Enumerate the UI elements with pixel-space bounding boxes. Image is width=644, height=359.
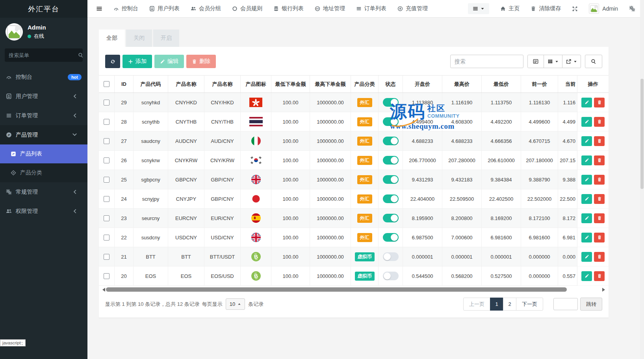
edit-row-button[interactable] bbox=[581, 271, 592, 281]
status-toggle[interactable] bbox=[383, 137, 399, 145]
row-checkbox[interactable] bbox=[104, 254, 109, 260]
toggle-detail-view-button[interactable] bbox=[527, 55, 544, 68]
fullscreen-button[interactable] bbox=[566, 0, 583, 18]
sidebar-search-input[interactable] bbox=[9, 52, 78, 58]
next-page-button[interactable]: 下一页 bbox=[516, 298, 543, 311]
nav-link-dashboard[interactable]: 控制台 bbox=[108, 0, 144, 18]
delete-row-button[interactable] bbox=[594, 136, 605, 146]
status-toggle[interactable] bbox=[383, 117, 399, 126]
column-header-10[interactable]: 开盘价 bbox=[403, 76, 442, 93]
clear-cache-link[interactable]: 清除缓存 bbox=[525, 0, 566, 18]
status-toggle[interactable] bbox=[383, 194, 399, 203]
row-checkbox[interactable] bbox=[104, 235, 109, 241]
edit-row-button[interactable] bbox=[581, 117, 592, 127]
delete-row-button[interactable] bbox=[594, 98, 605, 107]
nav-link-recharge-management[interactable]: 充值管理 bbox=[392, 0, 433, 18]
sidebar-item-product-management[interactable]: P产品管理 bbox=[0, 125, 87, 144]
columns-dropdown-button[interactable] bbox=[544, 55, 562, 68]
nav-link-user-list[interactable]: 用户列表 bbox=[144, 0, 185, 18]
edit-row-button[interactable] bbox=[581, 252, 592, 262]
jump-button[interactable]: 跳转 bbox=[580, 298, 602, 311]
column-header-1[interactable]: ID bbox=[115, 76, 134, 93]
table-search-input[interactable] bbox=[450, 55, 523, 68]
jump-page-input[interactable] bbox=[553, 298, 578, 310]
column-header-6[interactable]: 最低下单金额 bbox=[271, 76, 310, 93]
page-button-1[interactable]: 1 bbox=[490, 298, 503, 311]
status-toggle[interactable] bbox=[383, 252, 399, 261]
delete-row-button[interactable] bbox=[594, 233, 605, 242]
status-toggle[interactable] bbox=[383, 233, 399, 242]
column-header-3[interactable]: 产品名称 bbox=[168, 76, 204, 93]
tab-closed[interactable]: 关闭 bbox=[126, 30, 152, 47]
column-header-8[interactable]: 产品分类 bbox=[351, 76, 379, 93]
edit-row-button[interactable] bbox=[581, 155, 592, 165]
status-toggle[interactable] bbox=[383, 175, 399, 184]
edit-row-button[interactable] bbox=[581, 175, 592, 185]
edit-row-button[interactable] bbox=[581, 213, 592, 223]
delete-row-button[interactable] bbox=[594, 271, 605, 281]
delete-row-button[interactable] bbox=[594, 175, 605, 185]
nav-link-member-rules[interactable]: 会员规则 bbox=[226, 0, 268, 18]
status-toggle[interactable] bbox=[383, 98, 399, 107]
delete-row-button[interactable] bbox=[594, 194, 605, 204]
sidebar-item-permission-management[interactable]: 权限管理 bbox=[0, 202, 87, 221]
nav-link-member-groups[interactable]: 会员分组 bbox=[185, 0, 226, 18]
scroll-left-arrow[interactable] bbox=[100, 288, 105, 292]
status-toggle[interactable] bbox=[383, 156, 399, 165]
sidebar-item-product-list[interactable]: P产品列表 bbox=[0, 144, 87, 163]
edit-row-button[interactable] bbox=[581, 194, 592, 204]
search-icon[interactable] bbox=[78, 52, 84, 58]
column-header-2[interactable]: 产品代码 bbox=[134, 76, 168, 93]
column-header-5[interactable]: 产品图标 bbox=[241, 76, 271, 93]
column-header-9[interactable]: 状态 bbox=[379, 76, 403, 93]
row-checkbox[interactable] bbox=[104, 273, 109, 279]
table-search-button[interactable] bbox=[585, 55, 602, 68]
sidebar-item-order-management[interactable]: 订单管理 bbox=[0, 106, 87, 125]
column-header-14[interactable]: 当前 bbox=[558, 76, 577, 93]
delete-row-button[interactable] bbox=[594, 117, 605, 127]
home-link[interactable]: 主页 bbox=[495, 0, 525, 18]
delete-button[interactable]: 删除 bbox=[186, 55, 216, 68]
tab-open[interactable]: 开启 bbox=[153, 30, 179, 47]
row-checkbox[interactable] bbox=[104, 138, 109, 144]
column-header-11[interactable]: 最高价 bbox=[442, 76, 482, 93]
column-header-7[interactable]: 最高下单金额 bbox=[310, 76, 351, 93]
select-all-checkbox[interactable] bbox=[104, 81, 109, 87]
delete-row-button[interactable] bbox=[594, 155, 605, 165]
add-button[interactable]: 添加 bbox=[122, 55, 152, 68]
edit-row-button[interactable] bbox=[581, 98, 592, 107]
nav-link-address-management[interactable]: cc地址管理 bbox=[309, 0, 351, 18]
sidebar-toggle-button[interactable] bbox=[91, 0, 108, 18]
row-checkbox[interactable] bbox=[104, 215, 109, 221]
settings-gear-button[interactable] bbox=[624, 0, 641, 18]
page-size-dropdown[interactable]: 10 bbox=[226, 298, 245, 310]
scroll-right-arrow[interactable] bbox=[602, 288, 607, 292]
row-checkbox[interactable] bbox=[104, 157, 109, 163]
status-toggle[interactable] bbox=[383, 214, 399, 222]
row-checkbox[interactable] bbox=[104, 119, 109, 125]
refresh-button[interactable] bbox=[105, 55, 120, 68]
sidebar-item-general-management[interactable]: 常规管理 bbox=[0, 182, 87, 202]
navbar-user[interactable]: Admin bbox=[583, 0, 624, 18]
edit-button[interactable]: 编辑 bbox=[154, 55, 184, 68]
navbar-menu-dropdown[interactable] bbox=[468, 3, 489, 14]
column-header-13[interactable]: 前一价 bbox=[521, 76, 558, 93]
row-checkbox[interactable] bbox=[104, 177, 109, 183]
row-checkbox[interactable] bbox=[104, 100, 109, 105]
sidebar-item-product-category[interactable]: 产品分类 bbox=[0, 163, 87, 182]
column-header-4[interactable]: 产品名称 bbox=[204, 76, 241, 93]
delete-row-button[interactable] bbox=[594, 213, 605, 223]
sidebar-item-dashboard[interactable]: 控制台hot bbox=[0, 67, 87, 87]
edit-row-button[interactable] bbox=[581, 233, 592, 242]
nav-link-order-list[interactable]: 订单列表 bbox=[351, 0, 392, 18]
prev-page-button[interactable]: 上一页 bbox=[463, 298, 490, 311]
edit-row-button[interactable] bbox=[581, 136, 592, 146]
page-button-2[interactable]: 2 bbox=[503, 298, 516, 311]
scrollbar-thumb[interactable] bbox=[106, 287, 567, 292]
column-header-12[interactable]: 最低价 bbox=[482, 76, 521, 93]
status-toggle[interactable] bbox=[383, 272, 399, 280]
delete-row-button[interactable] bbox=[594, 252, 605, 262]
nav-link-bank-list[interactable]: 银行列表 bbox=[268, 0, 309, 18]
row-checkbox[interactable] bbox=[104, 196, 109, 202]
export-dropdown-button[interactable] bbox=[562, 55, 581, 68]
